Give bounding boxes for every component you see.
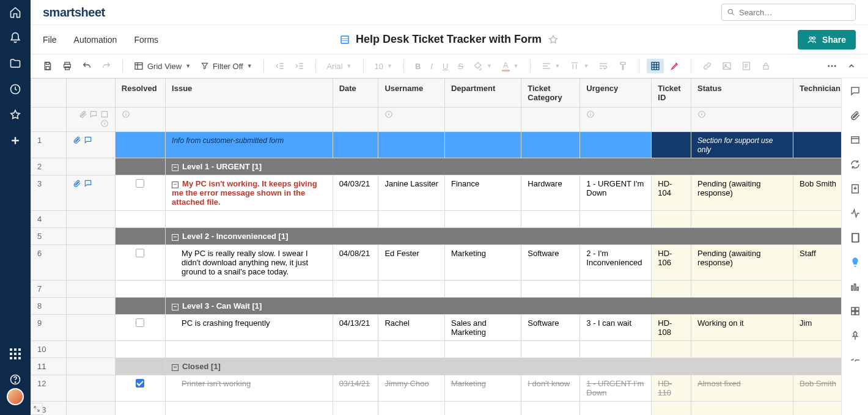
recents-icon[interactable]	[9, 83, 21, 95]
bold-button[interactable]: B	[411, 59, 424, 73]
proofs-icon[interactable]	[850, 134, 861, 145]
menu-automation[interactable]: Automation	[74, 35, 117, 45]
col-date[interactable]: Date	[333, 79, 378, 108]
col-ticketid[interactable]: Ticket ID	[652, 79, 691, 108]
comment-icon[interactable]	[84, 136, 92, 144]
fontsize-selector[interactable]: 10▼	[371, 59, 396, 73]
redo-button[interactable]	[98, 59, 115, 73]
collapse-icon[interactable]: −	[172, 234, 178, 241]
col-urgency[interactable]: Urgency	[580, 79, 652, 108]
table-row[interactable]: 4	[31, 211, 842, 228]
format-button[interactable]	[614, 59, 631, 73]
save-button[interactable]	[39, 59, 56, 73]
summary-icon[interactable]	[850, 232, 861, 243]
sheet-grid[interactable]: Resolved Issue Date Username Department …	[31, 78, 841, 415]
help-icon[interactable]	[9, 373, 21, 386]
content: Resolved Issue Date Username Department …	[31, 78, 868, 415]
svg-rect-24	[101, 111, 107, 117]
view-switcher[interactable]: Grid View▼	[130, 59, 194, 73]
link-button[interactable]	[699, 59, 716, 73]
resolved-checkbox[interactable]	[136, 379, 144, 387]
search-input[interactable]	[739, 8, 850, 17]
textcolor-button[interactable]: A▼	[498, 58, 523, 74]
underline-button[interactable]: U	[439, 59, 452, 73]
favorites-icon[interactable]	[9, 109, 21, 121]
group-row[interactable]: 2 −Level 1 - URGENT [1]	[31, 158, 842, 175]
fillcolor-button[interactable]: ▼	[469, 59, 496, 73]
create-icon[interactable]	[9, 134, 21, 147]
print-button[interactable]	[59, 59, 76, 73]
comments-col-icon	[89, 110, 98, 119]
col-resolved[interactable]: Resolved	[115, 79, 165, 108]
resource-icon[interactable]	[850, 354, 861, 365]
expand-fullscreen-button[interactable]	[31, 403, 43, 415]
pin-icon[interactable]	[850, 330, 861, 341]
notifications-icon[interactable]	[9, 32, 21, 44]
home-icon[interactable]	[9, 6, 21, 18]
collapse-icon[interactable]: −	[172, 364, 178, 371]
publish-icon[interactable]	[850, 183, 861, 194]
strike-button[interactable]: S	[454, 59, 467, 73]
browse-icon[interactable]	[9, 57, 21, 70]
favorite-star-icon[interactable]	[548, 34, 559, 45]
font-selector[interactable]: Arial▼	[323, 59, 356, 73]
global-search[interactable]	[721, 4, 856, 21]
col-issue[interactable]: Issue	[166, 79, 333, 108]
collapse-icon[interactable]: −	[172, 304, 178, 310]
svg-rect-39	[851, 312, 855, 315]
align-left-button[interactable]: ▼	[538, 59, 564, 73]
resolved-checkbox[interactable]	[136, 318, 144, 327]
svg-point-2	[15, 382, 15, 383]
table-row[interactable]: 6 My PC is really really slow. I swear I…	[31, 245, 842, 281]
group-row[interactable]: 11 −Closed [1]	[31, 358, 842, 375]
image-button[interactable]	[718, 59, 735, 73]
lock-button[interactable]	[757, 59, 774, 73]
collapse-icon[interactable]: −	[172, 182, 178, 188]
table-row[interactable]: 12 Printer isn't working 03/14/21 Jimmy …	[31, 375, 842, 402]
more-button[interactable]	[823, 58, 841, 74]
col-department[interactable]: Department	[444, 79, 521, 108]
table-row[interactable]: 1 Info from customer-submitted form Sect…	[31, 132, 842, 158]
attachment-icon[interactable]	[73, 136, 81, 144]
menu-file[interactable]: File	[43, 35, 57, 45]
wrap-button[interactable]	[595, 59, 612, 73]
resolved-checkbox[interactable]	[136, 249, 144, 257]
menu-forms[interactable]: Forms	[134, 35, 158, 45]
italic-button[interactable]: I	[427, 59, 436, 73]
grid-scroll[interactable]: Resolved Issue Date Username Department …	[31, 78, 841, 415]
table-row[interactable]: 3 −My PC isn't working. It keeps giving …	[31, 175, 842, 211]
indent-button[interactable]	[291, 59, 308, 73]
tips-icon[interactable]	[850, 257, 861, 268]
filter-button[interactable]: Filter Off▼	[197, 59, 256, 73]
activity-log-icon[interactable]	[850, 208, 861, 219]
resolved-checkbox[interactable]	[136, 179, 144, 188]
collapse-icon[interactable]: −	[172, 164, 178, 171]
align-top-button[interactable]: ▼	[566, 59, 592, 73]
undo-button[interactable]	[78, 59, 95, 73]
table-row[interactable]: 9 PC is crashing frequently 04/13/21Rach…	[31, 315, 842, 341]
attachments-icon[interactable]	[850, 110, 861, 121]
group-row[interactable]: 5 −Level 2 - Inconvenienced [1]	[31, 228, 842, 245]
outdent-button[interactable]	[271, 59, 289, 73]
comment-icon[interactable]	[84, 179, 92, 188]
work-apps-icon[interactable]	[850, 281, 861, 292]
brandfolder-icon[interactable]	[850, 306, 861, 317]
attach-button[interactable]	[738, 59, 755, 73]
update-requests-icon[interactable]	[850, 159, 861, 170]
col-username[interactable]: Username	[378, 79, 445, 108]
group-row[interactable]: 8 −Level 3 - Can Wait [1]	[31, 298, 842, 315]
col-category[interactable]: Ticket Category	[521, 79, 580, 108]
grid-view-icon[interactable]	[647, 59, 664, 73]
col-status[interactable]: Status	[691, 79, 793, 108]
app-launcher-icon[interactable]	[9, 348, 21, 360]
conversations-icon[interactable]	[850, 86, 861, 97]
col-technician[interactable]: Technician	[793, 79, 841, 108]
highlight-button[interactable]	[666, 59, 683, 73]
collapse-toolbar-button[interactable]	[844, 59, 859, 73]
table-row[interactable]: 10	[31, 341, 842, 358]
attachment-icon[interactable]	[73, 179, 81, 188]
user-avatar[interactable]	[7, 388, 24, 405]
table-row[interactable]: 13	[31, 402, 842, 415]
share-button[interactable]: Share	[798, 30, 856, 50]
table-row[interactable]: 7	[31, 281, 842, 298]
